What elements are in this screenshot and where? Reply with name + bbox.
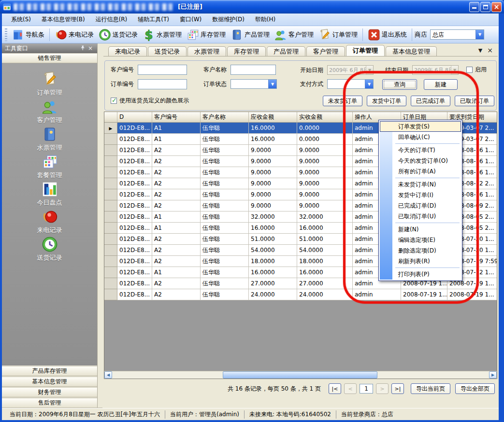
tab[interactable]: 基本信息管理 [386,46,437,56]
end-date-picker[interactable]: 2009年 6月 8日 ▼ [412,65,459,75]
page-number-input[interactable] [360,384,373,394]
row-selector[interactable] [104,134,117,145]
prev-page-button[interactable]: < [344,383,357,394]
menu-item[interactable]: 数据维护(D) [207,14,250,25]
column-header[interactable]: 客户编号 [152,112,201,123]
chevron-down-icon[interactable]: ▼ [475,30,484,39]
enable-checkbox-box[interactable] [466,67,473,73]
context-menu-item[interactable]: 已完成订单(D) [380,200,461,211]
toolbar-customer-button[interactable]: 客户管理 [272,28,316,42]
row-selector[interactable] [104,156,117,167]
context-menu-item[interactable]: 今天的发货订单(O) [380,155,461,166]
column-header[interactable]: 实收金额 [297,112,353,123]
scroll-right-icon[interactable]: ▶ [489,371,497,379]
tab[interactable]: 水票管理 [187,46,226,56]
scroll-left-icon[interactable]: ◀ [104,371,112,379]
column-header[interactable]: 应收金额 [249,112,297,123]
pin-icon[interactable] [79,45,86,52]
column-header[interactable] [104,112,117,123]
context-menu-item[interactable]: 打印列表(P) [380,269,461,280]
tab[interactable]: 送货记录 [148,46,187,56]
customer-no-input[interactable] [138,65,187,75]
sidebar-group-sales[interactable]: 销售管理 [2,53,97,63]
status-filter-button[interactable]: 未发货订单 [323,96,362,106]
restore-button[interactable] [480,2,490,12]
tab-close-icon[interactable]: × [487,46,493,54]
minimize-button[interactable] [469,2,479,12]
menu-item[interactable]: 基本信息管理(B) [36,14,90,25]
scrollbar-thumb[interactable] [223,371,377,379]
row-selector[interactable] [104,245,117,256]
export-all-pages-button[interactable]: 导出全部页 [455,383,495,394]
sidebar-item-call-records[interactable]: 来电记录 [2,209,97,236]
next-page-button[interactable]: > [376,383,389,394]
new-button[interactable]: 新建 [424,79,458,90]
toolbar-delivery-records-button[interactable]: 送货记录 [96,28,140,42]
row-selector[interactable] [104,267,117,278]
context-menu-item[interactable]: 新建(N) [380,224,461,235]
row-selector[interactable] [104,123,117,134]
horizontal-scrollbar[interactable]: ◀ ▶ [104,371,497,379]
row-selector[interactable] [104,145,117,156]
menu-item[interactable]: 帮助(H) [250,14,281,25]
row-selector[interactable] [104,289,117,300]
sidebar-group[interactable]: 基本信息管理 [2,377,97,387]
close-button[interactable]: × [491,2,502,12]
close-icon[interactable]: × [86,45,94,52]
column-header[interactable]: 客户名称 [201,112,249,123]
menu-item[interactable]: 窗口(W) [174,14,207,25]
context-menu-item[interactable]: 订单发货(S) [380,121,461,132]
order-no-input[interactable] [138,79,187,89]
toolbar-nav-button[interactable]: 导航条 [9,28,47,42]
table-row[interactable]: 012D-E8... A2 伍华聪 24.0000 24.0000 admin … [104,289,497,300]
row-selector[interactable] [104,167,117,178]
context-menu-item[interactable]: 回单确认(C) [380,132,461,142]
last-page-button[interactable]: >| [391,383,404,394]
toolbar-call-records-button[interactable]: 来电记录 [52,28,96,42]
toolbar-exit-button[interactable]: 退出系统 [365,28,409,42]
tab-dropdown-icon[interactable]: ▼ [478,47,482,54]
status-filter-button[interactable]: 已完成订单 [411,96,450,106]
sidebar-group[interactable]: 售后管理 [2,398,97,408]
context-menu-item[interactable]: 所有的订单(A) [380,166,461,177]
row-selector[interactable] [104,178,117,189]
pay-method-select[interactable]: ▼ [327,79,374,89]
context-menu-item[interactable]: 刷新列表(R) [380,256,461,267]
status-filter-button[interactable]: 发货中订单 [367,96,406,106]
context-menu-item[interactable]: 今天的订单(T) [380,145,461,155]
shop-select[interactable]: 总店 ▼ [430,29,484,40]
menu-item[interactable]: 运行信息(R) [90,14,133,25]
sidebar-item-order-mgmt[interactable]: 订单管理 [2,71,97,98]
row-selector[interactable] [104,223,117,234]
color-checkbox-box[interactable] [111,98,117,104]
sidebar-item-package-mgmt[interactable]: 套餐管理 [2,154,97,181]
row-selector[interactable] [104,189,117,200]
toolbar-grip[interactable] [5,28,7,41]
sidebar-item-customer-mgmt[interactable]: 客户管理 [2,98,97,126]
toolbar-inventory-button[interactable]: 库存管理 [184,28,228,42]
context-menu-item[interactable]: 发货中订单(I) [380,190,461,200]
menu-item[interactable]: 系统(S) [6,14,36,25]
order-status-select[interactable]: ▼ [230,79,277,89]
tab[interactable]: 库存管理 [227,46,266,56]
context-menu-item[interactable]: 未发货订单(N) [380,179,461,190]
start-date-picker[interactable]: 2009年 6月 8日 ▼ [327,65,374,75]
row-selector[interactable] [104,278,117,289]
tab[interactable]: 来电记录 [108,46,147,56]
tab[interactable]: 产品管理 [267,46,305,56]
row-selector[interactable] [104,200,117,211]
context-menu-item[interactable]: 删除选定项(D) [380,245,461,256]
customer-name-input[interactable] [230,65,276,75]
chevron-down-icon[interactable]: ▼ [365,80,373,88]
row-selector[interactable] [104,256,117,267]
first-page-button[interactable]: |< [329,383,341,394]
sidebar-item-water-ticket-mgmt[interactable]: 水票管理 [2,126,97,154]
tab[interactable]: 订单管理 [346,45,385,56]
sidebar-item-delivery-records[interactable]: 送货记录 [2,236,97,264]
toolbar-product-button[interactable]: 产品管理 [228,28,272,42]
sidebar-group[interactable]: 财务管理 [2,387,97,397]
menu-item[interactable]: 辅助工具(T) [132,14,174,25]
sidebar-item-today-inventory[interactable]: 今日盘点 [2,181,97,209]
status-filter-button[interactable]: 已取消订单 [455,96,494,106]
sidebar-group[interactable]: 产品库存管理 [2,366,97,376]
